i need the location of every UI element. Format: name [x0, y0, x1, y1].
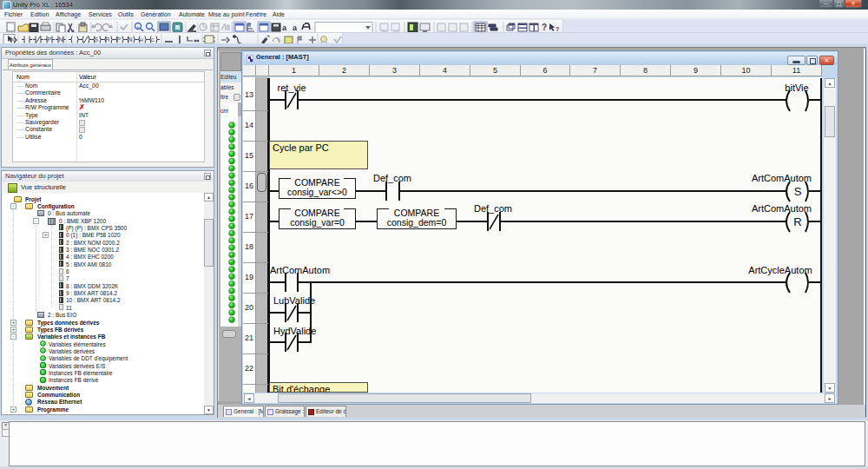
svg-text:+: +	[136, 24, 140, 30]
svg-text:H: H	[140, 37, 143, 43]
svg-text:a: a	[282, 23, 287, 32]
svg-text:?: ?	[542, 23, 547, 32]
svg-text:S: S	[794, 185, 802, 198]
svg-text:P: P	[117, 36, 122, 43]
svg-text:a: a	[293, 23, 298, 32]
svg-text:?: ?	[556, 26, 559, 32]
svg-text:N: N	[59, 36, 63, 43]
svg-text:R: R	[793, 215, 801, 228]
svg-text:N: N	[128, 36, 133, 43]
svg-text:C: C	[151, 37, 155, 43]
svg-text:S: S	[95, 36, 99, 43]
svg-text:P: P	[48, 36, 52, 43]
svg-text:R: R	[106, 36, 110, 43]
